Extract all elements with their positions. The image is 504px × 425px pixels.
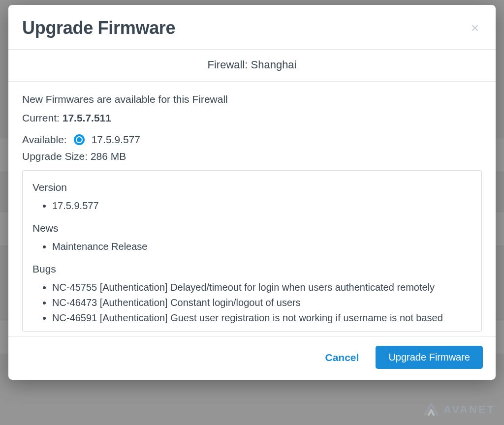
available-version-radio[interactable] — [74, 134, 85, 145]
notes-version-list: 17.5.9.577 — [32, 198, 472, 213]
modal-title: Upgrade Firmware — [22, 18, 175, 38]
notes-news-heading: News — [32, 222, 472, 234]
available-version-row: Available: 17.5.9.577 — [22, 134, 482, 146]
scroll-fade — [23, 324, 481, 331]
modal-body: New Firmwares are available for this Fir… — [8, 82, 496, 336]
list-item: NC-46473 [Authentication] Constant login… — [52, 295, 472, 310]
upgrade-firmware-button[interactable]: Upgrade Firmware — [376, 346, 483, 369]
close-icon[interactable]: × — [468, 19, 482, 37]
size-label: Upgrade Size: — [22, 151, 91, 162]
upgrade-firmware-modal: Upgrade Firmware × Firewall: Shanghai Ne… — [8, 5, 496, 380]
list-item: Maintenance Release — [52, 239, 472, 254]
upgrade-size-line: Upgrade Size: 286 MB — [22, 151, 482, 162]
available-label: Available: — [22, 134, 67, 146]
modal-header: Upgrade Firmware × — [8, 5, 496, 50]
current-version: 17.5.7.511 — [63, 112, 111, 123]
notes-version-heading: Version — [32, 182, 472, 193]
available-heading: New Firmwares are available for this Fir… — [22, 93, 482, 105]
list-item: NC-46591 [Authentication] Guest user reg… — [52, 310, 472, 326]
modal-footer: Cancel Upgrade Firmware — [8, 336, 496, 380]
notes-bugs-heading: Bugs — [32, 263, 472, 275]
current-version-line: Current: 17.5.7.511 — [22, 112, 482, 124]
firewall-label: Firewall: Shanghai — [208, 59, 297, 71]
release-notes-box[interactable]: Version 17.5.9.577 News Maintenance Rele… — [22, 170, 482, 332]
notes-news-list: Maintenance Release — [32, 239, 472, 254]
firewall-name-bar: Firewall: Shanghai — [8, 50, 496, 82]
size-value: 286 MB — [91, 151, 126, 162]
notes-bugs-list: NC-45755 [Authentication] Delayed/timeou… — [32, 280, 472, 326]
list-item: NC-45755 [Authentication] Delayed/timeou… — [52, 280, 472, 295]
cancel-button[interactable]: Cancel — [321, 347, 363, 368]
list-item: 17.5.9.577 — [52, 198, 472, 213]
available-version: 17.5.9.577 — [92, 134, 140, 146]
modal-overlay: Upgrade Firmware × Firewall: Shanghai Ne… — [0, 0, 504, 425]
current-label: Current: — [22, 112, 63, 123]
